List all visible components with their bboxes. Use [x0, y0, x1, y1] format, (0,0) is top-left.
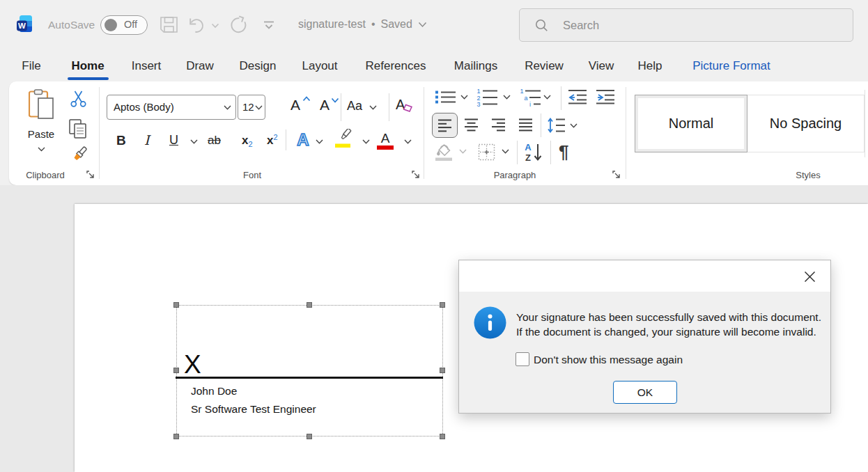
font-group-label: Font [243, 170, 261, 180]
paste-dropdown-chevron-icon[interactable] [38, 147, 45, 152]
shrink-font-button[interactable]: A [320, 97, 330, 113]
dialog-message-line1: Your signature has been successfully sav… [516, 310, 821, 324]
undo-icon[interactable] [189, 17, 207, 33]
underline-chevron-icon[interactable] [190, 139, 198, 145]
selection-handle-middle-left[interactable] [173, 368, 179, 373]
align-center-icon[interactable] [465, 118, 479, 132]
svg-text:a: a [524, 95, 527, 102]
change-case-chevron-icon[interactable] [369, 105, 377, 111]
tab-picture-format[interactable]: Picture Format [692, 59, 770, 73]
dont-show-again-checkbox[interactable] [516, 352, 529, 366]
font-size-combobox[interactable]: 12 [238, 95, 265, 120]
tab-design[interactable]: Design [240, 59, 277, 73]
tab-view[interactable]: View [589, 59, 614, 73]
tab-review[interactable]: Review [525, 59, 564, 73]
tab-help[interactable]: Help [638, 59, 662, 73]
font-color-chevron-icon[interactable] [404, 139, 412, 145]
info-icon [474, 306, 506, 339]
selection-handle-top-right[interactable] [440, 302, 445, 308]
quick-access-overflow-icon[interactable] [263, 21, 274, 30]
ok-button[interactable]: OK [613, 381, 677, 404]
show-formatting-marks-button[interactable]: ¶ [559, 141, 568, 163]
numbering-chevron-icon[interactable] [503, 95, 511, 100]
dialog-titlebar [459, 260, 830, 292]
subscript-button[interactable]: x2 [242, 134, 253, 148]
strikethrough-button[interactable]: ab [208, 134, 221, 148]
style-normal[interactable]: Normal [635, 95, 747, 152]
increase-indent-icon[interactable] [596, 89, 615, 104]
format-painter-icon[interactable] [70, 145, 89, 164]
grow-font-button[interactable]: A [290, 97, 300, 113]
shrink-font-caret-icon [331, 97, 339, 103]
multilevel-chevron-icon[interactable] [543, 95, 551, 100]
multilevel-list-icon[interactable]: 1 a i [520, 88, 541, 107]
align-justify-icon[interactable] [519, 118, 533, 132]
superscript-button[interactable]: x2 [267, 134, 278, 148]
change-case-button[interactable]: Aa [347, 99, 362, 113]
selection-handle-bottom-middle[interactable] [307, 434, 312, 439]
text-highlight-icon[interactable] [334, 129, 355, 150]
paragraph-dialog-launcher-icon[interactable] [612, 171, 621, 179]
cut-icon[interactable] [70, 91, 87, 108]
tab-mailings[interactable]: Mailings [454, 59, 497, 73]
font-size-value: 12 [242, 101, 254, 113]
clipboard-dialog-launcher-icon[interactable] [86, 171, 95, 179]
tab-references[interactable]: References [366, 59, 426, 73]
line-spacing-icon[interactable] [548, 118, 566, 133]
align-right-icon[interactable] [492, 118, 506, 132]
style-no-spacing[interactable]: No Spacing [747, 95, 865, 152]
selection-handle-top-middle[interactable] [307, 302, 312, 308]
borders-chevron-icon[interactable] [502, 149, 509, 155]
selection-handle-top-left[interactable] [173, 302, 179, 308]
clear-formatting-button[interactable]: A [396, 97, 405, 113]
italic-button[interactable]: I [144, 132, 150, 148]
font-color-button[interactable]: A [377, 131, 394, 150]
selection-handle-bottom-left[interactable] [173, 434, 179, 439]
borders-icon[interactable] [478, 143, 495, 161]
selection-handle-middle-right[interactable] [440, 368, 445, 373]
text-highlight-chevron-icon[interactable] [362, 139, 370, 145]
font-name-value: Aptos (Body) [114, 101, 174, 113]
save-icon[interactable] [160, 17, 178, 33]
redo-icon[interactable] [228, 15, 248, 35]
signature-selection-box[interactable] [176, 305, 443, 436]
align-left-button-selected[interactable] [432, 113, 458, 138]
small-divider [561, 86, 561, 110]
line-spacing-chevron-icon[interactable] [570, 123, 578, 129]
tab-draw[interactable]: Draw [186, 59, 214, 73]
tab-home[interactable]: Home [71, 59, 104, 73]
dialog-message: Your signature has been successfully sav… [516, 310, 821, 339]
document-title-area[interactable]: signature-test • Saved [298, 18, 427, 31]
bullets-icon[interactable] [435, 90, 456, 104]
signature-line [176, 377, 443, 379]
paste-icon[interactable] [29, 89, 54, 120]
dialog-close-button[interactable] [799, 266, 820, 287]
search-input[interactable]: Search [519, 8, 853, 42]
clear-formatting-eraser-icon [403, 104, 413, 113]
shading-chevron-icon[interactable] [459, 149, 467, 155]
font-name-combobox[interactable]: Aptos (Body) [107, 95, 236, 120]
clipboard-group-label: Clipboard [26, 170, 65, 180]
undo-dropdown-chevron-icon[interactable] [211, 23, 219, 29]
selection-handle-bottom-right[interactable] [440, 434, 445, 439]
underline-button[interactable]: U [169, 133, 178, 148]
decrease-indent-icon[interactable] [568, 89, 587, 104]
font-dialog-launcher-icon[interactable] [412, 171, 420, 179]
bullets-chevron-icon[interactable] [460, 95, 468, 100]
tab-insert[interactable]: Insert [132, 59, 162, 73]
sort-icon[interactable]: A Z [523, 142, 544, 163]
autosave-toggle[interactable]: Off [100, 15, 148, 35]
svg-text:2: 2 [476, 95, 480, 102]
shading-icon[interactable] [435, 143, 454, 162]
numbering-icon[interactable]: 1 2 3 [476, 88, 498, 107]
text-effects-icon[interactable]: A [293, 130, 313, 150]
paragraph-group-label: Paragraph [494, 170, 536, 180]
tab-layout[interactable]: Layout [302, 59, 337, 73]
copy-icon[interactable] [69, 119, 88, 139]
tab-file[interactable]: File [22, 59, 40, 73]
svg-text:1: 1 [476, 88, 480, 95]
bold-button[interactable]: B [116, 133, 126, 148]
text-effects-chevron-icon[interactable] [316, 139, 323, 145]
paste-label[interactable]: Paste [28, 128, 54, 140]
word-app-icon[interactable]: W [17, 15, 32, 33]
